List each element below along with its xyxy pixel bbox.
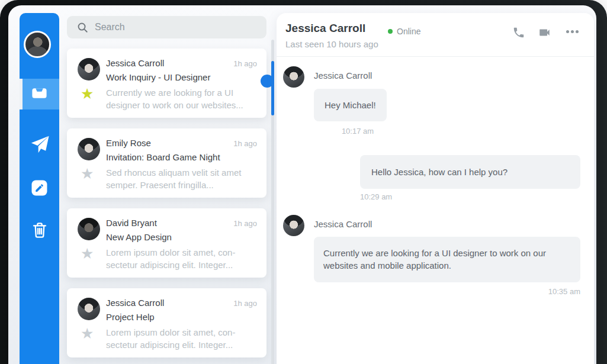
message-time: 1h ago — [233, 299, 257, 308]
online-dot-icon — [388, 29, 393, 34]
unread-indicator-dot — [261, 75, 274, 88]
status-label: Online — [397, 27, 420, 36]
video-camera-icon — [537, 26, 552, 39]
message-time: 1h ago — [233, 59, 257, 68]
star-icon[interactable]: ★ — [81, 85, 94, 102]
inbox-list-item[interactable]: Jessica Carroll 1h ago Project Help Lore… — [67, 288, 266, 357]
chat-header: Jessica Carroll Online Last seen 10 hour… — [277, 13, 594, 57]
message-preview: Sed rhoncus aliquam velit sit amet sempe… — [106, 166, 258, 192]
inbox-list-item[interactable]: David Bryant 1h ago New App Design Lorem… — [67, 208, 266, 278]
inbox-list-item[interactable]: Emily Rose 1h ago Invitation: Board Game… — [67, 128, 266, 198]
sender-name: Emily Rose — [106, 138, 151, 148]
phone-icon — [512, 26, 525, 39]
chat-timestamp: 10:35 am — [314, 287, 580, 296]
chat-avatar — [283, 215, 304, 236]
star-icon[interactable]: ★ — [81, 245, 94, 262]
message-subject: New App Design — [106, 232, 172, 242]
chat-sender-name: Jessica Carroll — [314, 70, 372, 80]
list-scrollbar-thumb[interactable] — [271, 61, 274, 115]
more-options-button[interactable] — [566, 30, 579, 33]
edit-icon — [31, 180, 47, 198]
user-avatar[interactable] — [24, 31, 51, 58]
chat-timestamp: 10:17 am — [314, 127, 402, 136]
message-subject: Work Inquiry - UI Designer — [106, 72, 210, 82]
inbox-icon — [31, 86, 47, 102]
sender-avatar — [78, 218, 100, 240]
sender-avatar — [78, 298, 100, 320]
search-bar[interactable] — [67, 16, 266, 38]
inbox-list-item[interactable]: Jessica Carroll 1h ago Work Inquiry - UI… — [67, 49, 266, 118]
message-time: 1h ago — [233, 219, 257, 228]
status-badge: Online — [388, 27, 420, 36]
chat-bubble-outgoing: Hello Jessica, how can I help you? — [360, 155, 580, 189]
chat-sender-name: Jessica Carroll — [314, 219, 372, 229]
message-subject: Invitation: Board Game Night — [106, 152, 220, 162]
sender-avatar — [78, 138, 100, 160]
sender-name: Jessica Carroll — [106, 58, 164, 68]
app-window: Jessica Carroll 1h ago Work Inquiry - UI… — [8, 5, 596, 364]
sidebar-item-compose[interactable] — [20, 173, 59, 204]
sidebar-item-sent[interactable] — [20, 130, 59, 161]
sidebar-nav — [20, 13, 59, 364]
sender-avatar — [78, 58, 100, 80]
video-call-button[interactable] — [537, 26, 552, 41]
search-icon — [77, 22, 88, 33]
message-preview: Lorem ipsum dolor sit amet, con-sectetur… — [106, 246, 258, 272]
chat-avatar — [283, 66, 304, 88]
sidebar-item-inbox[interactable] — [20, 79, 59, 109]
message-time: 1h ago — [233, 139, 257, 148]
star-icon[interactable]: ★ — [81, 325, 94, 342]
ellipsis-icon — [566, 30, 569, 33]
search-input[interactable] — [95, 22, 249, 33]
star-icon[interactable]: ★ — [81, 165, 94, 182]
send-icon — [30, 135, 50, 156]
contact-name: Jessica Carroll — [285, 22, 365, 35]
message-preview: Currently we are looking for a UI design… — [106, 86, 258, 112]
sender-name: Jessica Carroll — [106, 298, 164, 308]
trash-icon — [31, 221, 49, 242]
message-preview: Lorem ipsum dolor sit amet, con-sectetur… — [106, 326, 258, 352]
chat-bubble-incoming: Hey Michael! — [314, 89, 387, 121]
chat-timestamp: 10:29 am — [360, 192, 392, 201]
sidebar-item-trash[interactable] — [20, 216, 59, 247]
last-seen-text: Last seen 10 hours ago — [285, 39, 378, 49]
sender-name: David Bryant — [106, 218, 157, 228]
call-button[interactable] — [512, 26, 525, 41]
chat-bubble-incoming: Currently we are looking for a UI design… — [314, 237, 580, 282]
message-subject: Project Help — [106, 312, 155, 322]
chat-panel: Jessica Carroll Online Last seen 10 hour… — [277, 13, 594, 364]
